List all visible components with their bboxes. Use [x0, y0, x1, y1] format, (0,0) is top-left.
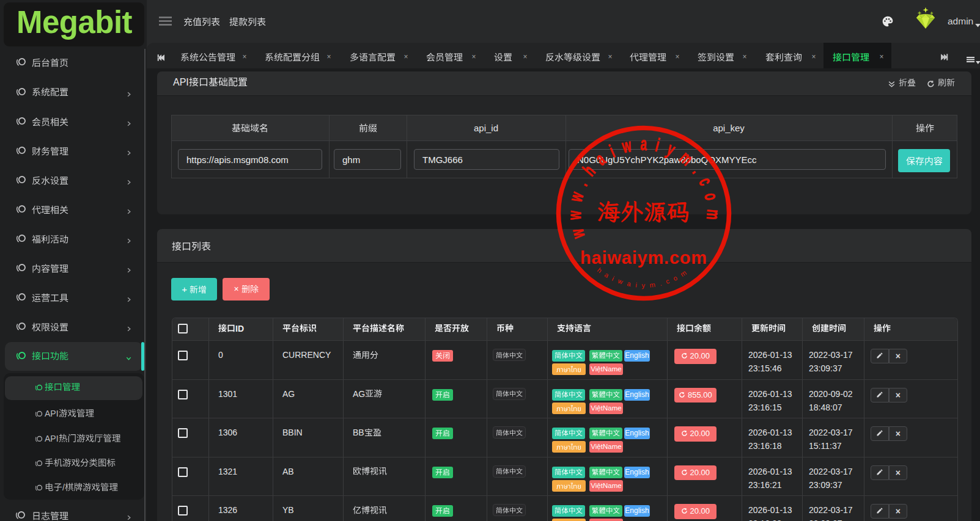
svg-text:haiwaiym.com: haiwaiym.com [596, 266, 688, 289]
